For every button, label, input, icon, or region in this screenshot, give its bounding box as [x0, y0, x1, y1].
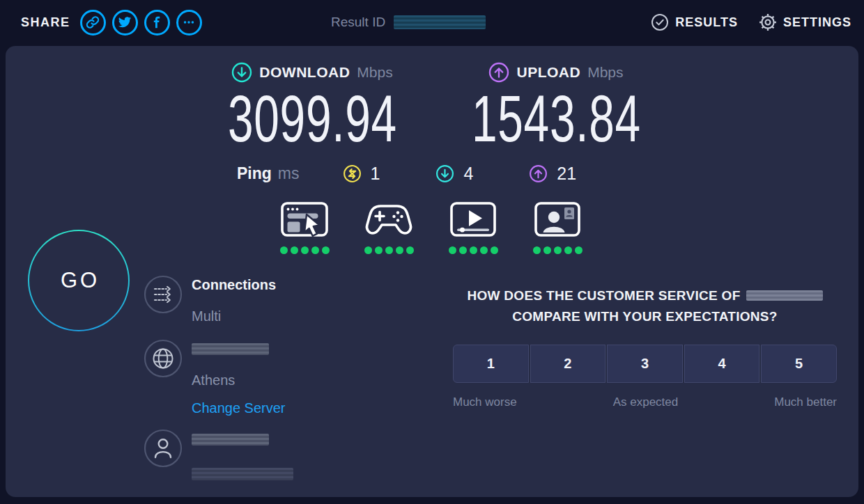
share-label: SHARE	[21, 15, 70, 30]
facebook-icon	[150, 15, 164, 29]
rating-button-4[interactable]: 4	[684, 345, 760, 383]
scale-label-worse: Much worse	[453, 395, 517, 409]
share-more-button[interactable]	[176, 10, 202, 36]
connections-label: Connections	[192, 277, 276, 293]
rating-button-2[interactable]: 2	[530, 345, 606, 383]
settings-nav-label: SETTINGS	[783, 15, 851, 30]
activity-browsing	[279, 202, 330, 254]
ping-upload-item: 21	[529, 164, 576, 184]
gear-icon	[759, 13, 777, 31]
share-facebook-button[interactable]	[144, 10, 170, 36]
change-server-link[interactable]: Change Server	[192, 400, 286, 416]
result-id-group: Result ID	[331, 0, 486, 45]
ping-idle-item: 1	[343, 164, 380, 184]
scale-label-better: Much better	[774, 395, 837, 409]
upload-arrow-icon	[488, 62, 509, 83]
nav-group: RESULTS SETTINGS	[651, 13, 851, 31]
top-bar: SHARE	[0, 0, 864, 45]
browsing-rating-dots	[280, 246, 330, 254]
result-id-label: Result ID	[331, 15, 385, 30]
settings-nav-button[interactable]: SETTINGS	[759, 13, 851, 31]
download-metric: DOWNLOAD Mbps 3099.94	[173, 61, 452, 154]
isp-block	[192, 434, 293, 480]
more-icon	[182, 15, 196, 29]
go-button-label: GO	[58, 268, 100, 293]
upload-unit: Mbps	[587, 64, 623, 81]
server-block: Athens Change Server	[192, 343, 286, 416]
streaming-rating-dots	[449, 246, 498, 254]
server-name-redacted	[192, 343, 269, 355]
ping-download-icon	[435, 164, 454, 183]
upload-value: 1543.84	[472, 85, 641, 154]
check-circle-icon	[651, 13, 669, 31]
isp-name-redacted	[192, 434, 269, 446]
download-unit: Mbps	[357, 64, 392, 81]
survey-question: HOW DOES THE CUSTOMER SERVICE OF COMPARE…	[453, 285, 837, 327]
user-icon	[144, 429, 183, 468]
server-city: Athens	[192, 372, 286, 388]
survey-question-prefix: HOW DOES THE CUSTOMER SERVICE OF	[467, 288, 740, 303]
upload-label: UPLOAD	[516, 64, 580, 81]
ping-unit: ms	[278, 164, 300, 183]
idle-latency-icon	[343, 164, 362, 183]
connections-value: Multi	[192, 308, 276, 324]
survey-scale-labels: Much worse As expected Much better	[453, 395, 837, 409]
download-value: 3099.94	[228, 85, 397, 154]
connections-block: Connections Multi	[192, 277, 276, 324]
provider-name-redacted	[746, 290, 823, 301]
activity-streaming	[448, 202, 498, 254]
customer-service-survey: HOW DOES THE CUSTOMER SERVICE OF COMPARE…	[453, 285, 837, 409]
ping-row: Ping ms 1 4	[237, 162, 576, 185]
rating-button-5[interactable]: 5	[761, 345, 837, 383]
ping-idle-value: 1	[371, 164, 380, 184]
activity-video-chat	[532, 202, 583, 254]
ip-address-redacted	[192, 468, 293, 480]
server-globe-icon	[144, 339, 183, 378]
video-chat-rating-dots	[533, 246, 583, 254]
share-group: SHARE	[21, 10, 202, 36]
survey-question-suffix: COMPARE WITH YOUR EXPECTATIONS?	[512, 309, 778, 324]
browsing-icon	[281, 202, 328, 242]
results-nav-label: RESULTS	[675, 15, 738, 30]
activity-ratings	[279, 202, 583, 254]
survey-rating-buttons: 1 2 3 4 5	[453, 345, 837, 383]
link-icon	[86, 15, 100, 29]
share-link-button[interactable]	[80, 10, 106, 36]
ping-download-item: 4	[435, 164, 473, 184]
rating-button-1[interactable]: 1	[453, 345, 529, 383]
twitter-icon	[118, 15, 132, 29]
results-nav-button[interactable]: RESULTS	[651, 13, 738, 31]
streaming-icon	[450, 202, 496, 242]
share-twitter-button[interactable]	[112, 10, 138, 36]
result-id-redacted-value	[394, 15, 486, 29]
video-chat-icon	[534, 202, 580, 242]
go-button[interactable]: GO	[28, 230, 130, 331]
upload-metric: UPLOAD Mbps 1543.84	[417, 61, 695, 154]
ping-download-value: 4	[463, 164, 473, 184]
ping-upload-value: 21	[557, 164, 576, 184]
gaming-rating-dots	[364, 246, 414, 254]
rating-button-3[interactable]: 3	[607, 345, 683, 383]
connections-icon	[144, 275, 183, 314]
ping-label: Ping	[237, 164, 272, 183]
activity-gaming	[364, 202, 414, 254]
download-label: DOWNLOAD	[259, 64, 350, 81]
gaming-icon	[364, 202, 414, 242]
scale-label-expected: As expected	[613, 395, 679, 409]
download-arrow-icon	[231, 62, 252, 83]
ping-upload-icon	[529, 164, 548, 183]
main-panel: DOWNLOAD Mbps 3099.94 UPLOAD Mbps 1543.8…	[6, 46, 858, 497]
